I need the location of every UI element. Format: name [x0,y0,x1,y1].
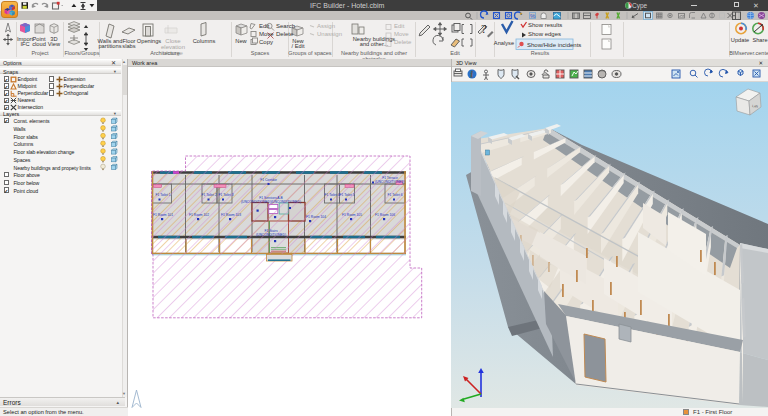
svg-text:F1 Toilet 3: F1 Toilet 3 [218,193,233,197]
svg-text:?: ? [481,21,487,36]
svg-text:F1 Toilet 2: F1 Toilet 2 [201,193,216,197]
svg-text:Left: Left [752,104,758,109]
svg-text:F1 Room 101: F1 Room 101 [153,213,173,217]
svg-text:F1 Toilet 4: F1 Toilet 4 [324,193,339,197]
svg-text:F1 Toilet 1: F1 Toilet 1 [155,193,170,197]
svg-text:F1 Toilet 6: F1 Toilet 6 [387,193,402,197]
svg-text:F1 Room 104: F1 Room 104 [306,215,326,219]
svg-text:i: i [471,70,473,79]
svg-text:F1 Toilet 5: F1 Toilet 5 [339,193,354,197]
svg-text:F1 Room 102: F1 Room 102 [189,213,209,217]
svg-text:F1 Room 106: F1 Room 106 [375,213,395,217]
svg-text:(UNCONDITIONED): (UNCONDITIONED) [375,180,405,184]
svg-text:F1 Room 103: F1 Room 103 [221,213,241,217]
svg-text:(UNCONDITIONED)(UNCONDITIONED): (UNCONDITIONED)(UNCONDITIONED) [241,200,301,204]
svg-text:%: % [530,13,536,19]
svg-text:(UNCONDITIONED): (UNCONDITIONED) [256,233,286,237]
svg-text:F1 Corridor: F1 Corridor [260,178,278,182]
svg-text:F1 Room 105: F1 Room 105 [342,213,362,217]
